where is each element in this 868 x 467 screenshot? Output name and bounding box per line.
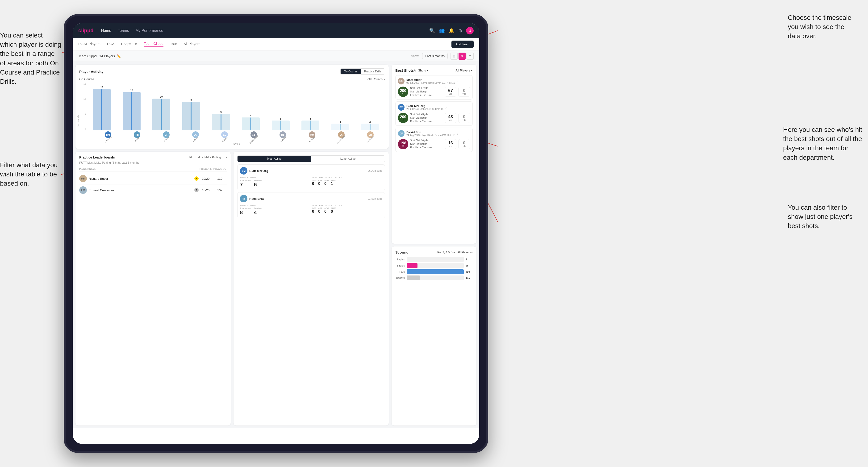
grid-view-icon[interactable]: ⊞ (451, 53, 458, 60)
subnav-pga[interactable]: PGA (107, 42, 115, 47)
shot-player-sub-2: 24 Aug 2023 · Royal North Devon GC, Hole… (406, 134, 455, 136)
player-avatar-list: BM B. McHarg RB R. Britt (93, 131, 385, 141)
bar-group-3: 9 (176, 99, 206, 130)
least-active-btn[interactable]: Least Active (311, 156, 385, 162)
tablet-device: clippd Home Teams My Performance 🔍 👥 🔔 ⊕… (64, 14, 488, 453)
bar-6 (272, 121, 290, 130)
player-col-9: LR L. Robertson (356, 131, 385, 141)
on-course-toggle[interactable]: On Course (341, 69, 361, 74)
eagles-bar-container (407, 257, 464, 262)
shot-item-1[interactable]: BM Blair McHarg 23 Jul 2023 · Ashridge G… (395, 101, 473, 126)
practice-avg-1: 107 (213, 188, 227, 192)
scoring-header: Scoring Par 3, 4 & 5s ▾ All Players ▾ (395, 250, 473, 254)
practice-player-name-0: Richard Butler (89, 177, 192, 181)
active-player-1-header: RB Rees Britt 02 Sep 2023 (240, 195, 382, 203)
active-toggle-group: Most Active Least Active (237, 155, 385, 162)
shot-player-info-0: MM Matt Miller 09 Jun 2023 · Royal North… (398, 78, 470, 85)
shot-badge-1: 200 SG (398, 113, 408, 123)
active-player-0-date: 26 Aug 2023 (368, 169, 382, 172)
shot-badge-num-0: 200 (400, 89, 406, 93)
bell-icon[interactable]: 🔔 (448, 28, 455, 33)
shot-stat-zero-unit-0: yds (463, 93, 466, 95)
sub-nav: PGAT Players PGA Hcaps 1-5 Team Clippd T… (73, 38, 479, 51)
bar-group-1: 12 (117, 89, 146, 130)
player-col-1: RB R. Britt (123, 131, 152, 141)
practice-avg-0: 110 (213, 177, 227, 181)
bar-chart-wrapper: Total Rounds 15 10 5 0 (79, 83, 385, 145)
bar-label-2: 10 (160, 96, 162, 98)
show-label: Show: (411, 54, 420, 58)
practice-header: Practice Leaderboards PUTT Must Make Put… (79, 155, 227, 159)
chart-filter[interactable]: Total Rounds ▾ (366, 77, 385, 81)
subnav-all-players[interactable]: All Players (184, 42, 200, 47)
player-activity-card: Player Activity On Course Practice Drill… (75, 65, 389, 149)
edit-icon[interactable]: ✏️ (117, 54, 121, 58)
shot-stat-dist-0: 67 yds (445, 87, 456, 97)
player-avatars-row: BM B. McHarg RB R. Britt (87, 131, 385, 141)
pars-value: 499 (466, 270, 473, 273)
nav-item-performance[interactable]: My Performance (135, 29, 163, 33)
subnav-pgat[interactable]: PGAT Players (78, 42, 100, 47)
team-header: Team Clippd | 14 Players ✏️ Show: Last 3… (73, 51, 479, 62)
scoring-par-filter[interactable]: Par 3, 4 & 5s ▾ (437, 251, 456, 254)
shot-player-info-2: DF David Ford 24 Aug 2023 · Royal North … (398, 130, 470, 137)
nav-bar: clippd Home Teams My Performance 🔍 👥 🔔 ⊕… (73, 23, 479, 38)
player-activity-header: Player Activity On Course Practice Drill… (79, 68, 385, 74)
subnav-hcaps[interactable]: Hcaps 1-5 (121, 42, 137, 47)
chevron-right-icon-0: › (457, 79, 458, 84)
bar-label-3: 9 (191, 99, 192, 101)
shots-filter[interactable]: All Shots ▾ (414, 69, 428, 72)
bar-label-0: 13 (100, 86, 103, 89)
list-view-icon[interactable]: ≡ (467, 53, 474, 60)
shot-details-1: 200 SG Shot Dist: 43 yds Start Lie: Roug… (398, 113, 470, 123)
practice-drills-toggle[interactable]: Practice Drills (361, 69, 385, 74)
heart-view-icon[interactable]: ♥ (459, 53, 466, 60)
bar-2 (152, 99, 170, 130)
bar-group-8: 2 (325, 121, 355, 130)
player-col-8: EC E. Crossman (327, 131, 356, 141)
user-avatar[interactable]: U (466, 27, 474, 34)
practice-avatar-1: EC (79, 186, 87, 194)
shot-stat-zero-0: 0 yds (458, 87, 470, 97)
tournament-value-1: 8 (240, 210, 251, 216)
practice-filter[interactable]: PUTT Must Make Putting … ▾ (189, 156, 227, 159)
most-active-btn[interactable]: Most Active (238, 156, 311, 162)
shot-stat-dist-1: 43 yds (445, 113, 456, 123)
nav-logo: clippd (78, 28, 94, 34)
col-pb-avg: PB AVG SQ (213, 168, 227, 170)
add-team-button[interactable]: Add Team (452, 40, 474, 48)
x-axis-label: Players (87, 143, 385, 145)
subnav-tour[interactable]: Tour (170, 42, 177, 47)
player-name-1: R. Britt (134, 137, 140, 143)
shots-player-filter[interactable]: All Players ▾ (456, 69, 473, 72)
shot-badge-2: 198 SG (398, 139, 408, 149)
bar-label-5: 4 (250, 115, 251, 117)
shot-item-0[interactable]: MM Matt Miller 09 Jun 2023 · Royal North… (395, 75, 473, 99)
shot-details-2: 198 SG Shot Dist: 16 yds Start Lie: Roug… (398, 139, 470, 149)
eagles-value: 3 (466, 258, 473, 261)
y-label-10: 10 (84, 98, 86, 100)
shot-stat-unit-2: yds (449, 145, 452, 148)
practice-value-1: 4 (254, 210, 262, 216)
chevron-right-icon-1: › (445, 105, 447, 110)
subnav-team-clippd[interactable]: Team Clippd (144, 41, 163, 47)
on-course-label: On Course (79, 77, 94, 81)
practice-score-0: 19/20 (198, 177, 213, 181)
nav-item-home[interactable]: Home (101, 29, 111, 33)
avatar-1: RB (134, 131, 140, 138)
shot-item-2[interactable]: DF David Ford 24 Aug 2023 · Royal North … (395, 128, 473, 152)
player-col-7: MM M. Miller (298, 131, 327, 141)
nav-item-teams[interactable]: Teams (118, 29, 129, 33)
chevron-down-icon: ▾ (471, 251, 473, 254)
shot-stat-num-2: 16 (448, 141, 453, 145)
scoring-player-filter[interactable]: All Players ▾ (457, 251, 473, 254)
bar-1 (123, 92, 141, 130)
users-icon[interactable]: 👥 (439, 28, 445, 33)
arg-label-0: ARG (324, 179, 329, 182)
shot-stat-zero-1: 0 yds (458, 113, 470, 123)
avatar-2: DF (163, 131, 169, 138)
bar-5 (242, 118, 260, 130)
plus-circle-icon[interactable]: ⊕ (458, 28, 462, 33)
show-select[interactable]: Last 3 months (422, 53, 448, 59)
search-icon[interactable]: 🔍 (429, 28, 435, 33)
